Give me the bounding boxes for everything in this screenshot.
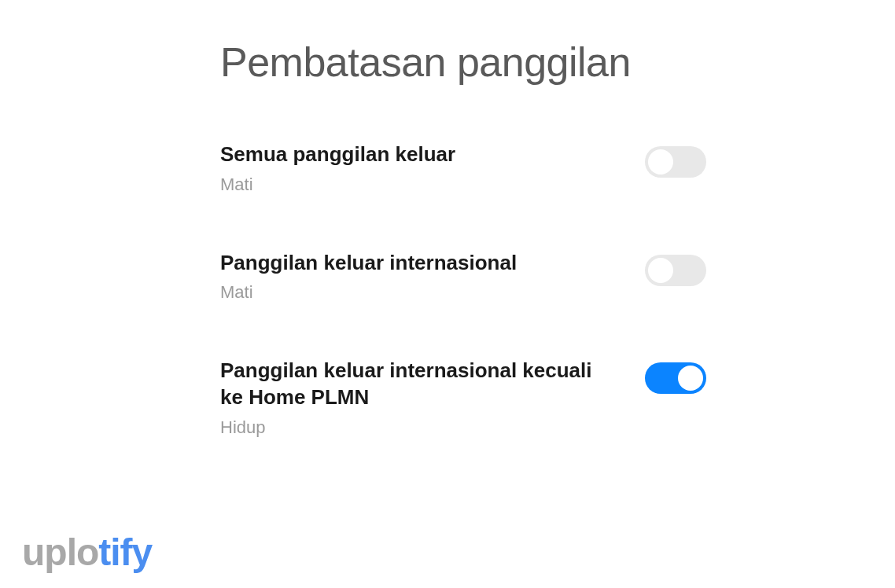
- setting-status: Mati: [220, 175, 613, 195]
- toggle-international-except-home[interactable]: [645, 362, 706, 394]
- setting-text: Semua panggilan keluar Mati: [220, 141, 645, 195]
- watermark-part1: uplo: [22, 531, 98, 573]
- toggle-international[interactable]: [645, 255, 706, 286]
- setting-status: Mati: [220, 282, 613, 303]
- setting-row-all-outgoing: Semua panggilan keluar Mati: [220, 141, 706, 195]
- setting-text: Panggilan keluar internasional Mati: [220, 250, 645, 303]
- toggle-knob-icon: [648, 149, 673, 175]
- setting-text: Panggilan keluar internasional kecuali k…: [220, 358, 645, 438]
- setting-status: Hidup: [220, 417, 613, 438]
- toggle-knob-icon: [678, 366, 703, 391]
- setting-label: Panggilan keluar internasional kecuali k…: [220, 358, 613, 411]
- setting-row-international-except-home: Panggilan keluar internasional kecuali k…: [220, 358, 706, 438]
- setting-label: Panggilan keluar internasional: [220, 250, 613, 277]
- watermark: uplotify: [22, 531, 152, 574]
- toggle-knob-icon: [648, 258, 673, 283]
- page-title: Pembatasan panggilan: [220, 39, 706, 86]
- setting-row-international: Panggilan keluar internasional Mati: [220, 250, 706, 303]
- setting-label: Semua panggilan keluar: [220, 141, 613, 168]
- toggle-all-outgoing[interactable]: [645, 146, 706, 178]
- watermark-part2: tify: [98, 531, 152, 573]
